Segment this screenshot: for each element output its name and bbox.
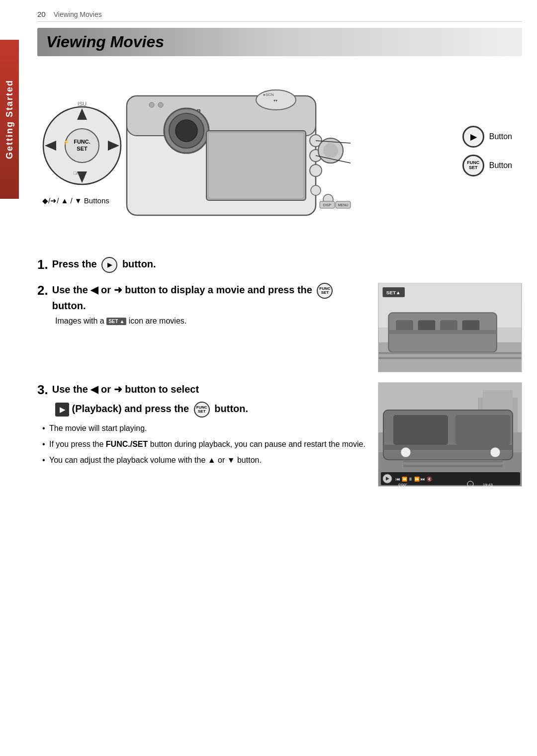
right-buttons: ▶ Button FUNCSET Button [462, 126, 512, 176]
page-title: Viewing Movies [46, 33, 513, 51]
camera-diagram: FUNC. SET ISU ⚡ □₍ᵢₛ₎ ◆/➜/ ▲ / ▼ Buttons [37, 66, 522, 245]
svg-rect-56 [393, 415, 448, 445]
step-1-before: Press the [52, 258, 97, 269]
main-content: 20 Viewing Movies Viewing Movies FUNC. S… [22, 0, 537, 506]
step-2-text: Use the ◀ or ➜ button to display a movie… [52, 283, 368, 313]
step-1-text: Press the ▶ button. [52, 257, 156, 273]
play-button-label: Button [489, 132, 512, 141]
step-1-play-icon: ▶ [101, 257, 117, 273]
svg-point-59 [401, 447, 411, 457]
step-2-number: 2. [37, 283, 48, 298]
title-banner: Viewing Movies [37, 28, 522, 56]
bullet-2: If you press the FUNC./SET button during… [42, 438, 368, 450]
func-button-icon: FUNCSET [462, 155, 484, 176]
step-2-area: 2. Use the ◀ or ➜ button to display a mo… [37, 283, 522, 372]
func-button-legend: FUNCSET Button [462, 155, 512, 176]
step-2-image: SET▲ [378, 283, 522, 372]
step-3-image: ⏮ ⏪ ⏸ ⏩ ⏭ 🔇 0'00" ○ 19:43 [378, 382, 522, 487]
step-1-line: 1. Press the ▶ button. [37, 257, 522, 273]
step-1-number: 1. [37, 257, 48, 272]
svg-rect-62 [403, 465, 503, 467]
svg-rect-19 [209, 133, 303, 198]
step-3-text: Use the ◀ or ➜ button to select [52, 382, 199, 396]
playback-icon: ▶ [55, 403, 69, 417]
page-header-title: Viewing Movies [54, 10, 102, 18]
step-3-playback-line: ▶ (Playback) and press the FUNCSET butto… [55, 403, 248, 414]
step-3-number: 3. [37, 382, 48, 398]
step-1: 1. Press the ▶ button. [37, 257, 522, 273]
svg-text:19:43: 19:43 [483, 483, 493, 487]
svg-point-25 [311, 185, 321, 195]
svg-text:▸SCN: ▸SCN [264, 92, 274, 97]
svg-point-17 [176, 120, 197, 142]
step-1-after: button. [122, 258, 156, 269]
svg-text:SET: SET [77, 146, 88, 152]
bullet-1: The movie will start playing. [42, 422, 368, 434]
svg-rect-45 [388, 330, 497, 334]
svg-text:DISP: DISP [323, 203, 332, 207]
svg-text:▾▾: ▾▾ [273, 98, 277, 103]
svg-rect-61 [403, 460, 503, 462]
train-image-1: SET▲ [378, 283, 522, 372]
svg-point-27 [149, 102, 154, 107]
page-header: 20 Viewing Movies [37, 10, 522, 22]
set-icon: SET ▲ [106, 318, 126, 325]
svg-point-28 [158, 102, 163, 107]
train-svg-1: SET▲ [378, 283, 522, 372]
step-2-note: Images with a SET ▲ icon are movies. [55, 317, 368, 326]
svg-point-24 [323, 143, 338, 158]
step-3-func-icon: FUNCSET [194, 402, 210, 418]
svg-rect-57 [455, 415, 510, 445]
func-button-label: Button [489, 161, 512, 170]
svg-text:⚡: ⚡ [63, 139, 70, 145]
step-3-line: 3. Use the ◀ or ➜ button to select [37, 382, 368, 398]
step-2-left: 2. Use the ◀ or ➜ button to display a mo… [37, 283, 368, 332]
svg-rect-47 [379, 357, 522, 359]
bullet-3: You can adjust the playback volume with … [42, 454, 368, 466]
svg-text:SET▲: SET▲ [386, 290, 401, 295]
step-3-left: 3. Use the ◀ or ➜ button to select ▶ (Pl… [37, 382, 368, 470]
step-3-subtext: ▶ (Playback) and press the FUNCSET butto… [55, 402, 368, 418]
step-3-area: 3. Use the ◀ or ➜ button to select ▶ (Pl… [37, 382, 522, 487]
svg-text:⏮ ⏪ ⏸ ⏩ ⏭ 🔇: ⏮ ⏪ ⏸ ⏩ ⏭ 🔇 [396, 476, 433, 482]
page-number: 20 [37, 10, 46, 18]
train-svg-2: ⏮ ⏪ ⏸ ⏩ ⏭ 🔇 0'00" ○ 19:43 [378, 383, 522, 487]
svg-point-60 [490, 447, 500, 457]
bullet-list: The movie will start playing. If you pre… [37, 422, 368, 466]
svg-point-22 [310, 165, 322, 176]
sidebar-label: Getting Started [4, 80, 15, 159]
camera-illustration: Canon [87, 66, 365, 235]
step-2-func-icon: FUNCSET [317, 283, 333, 299]
camera-svg: Canon [87, 66, 365, 235]
svg-text:MENU: MENU [338, 203, 349, 207]
play-button-icon: ▶ [462, 126, 484, 148]
svg-text:□₍ᵢₛ₎: □₍ᵢₛ₎ [74, 170, 81, 175]
play-button-legend: ▶ Button [462, 126, 512, 148]
sidebar-tab: Getting Started [0, 40, 19, 199]
svg-text:○: ○ [469, 483, 471, 486]
svg-text:0'00": 0'00" [398, 483, 407, 487]
step-2-line: 2. Use the ◀ or ➜ button to display a mo… [37, 283, 368, 313]
svg-rect-46 [379, 352, 522, 354]
svg-text:ISU: ISU [78, 101, 87, 107]
